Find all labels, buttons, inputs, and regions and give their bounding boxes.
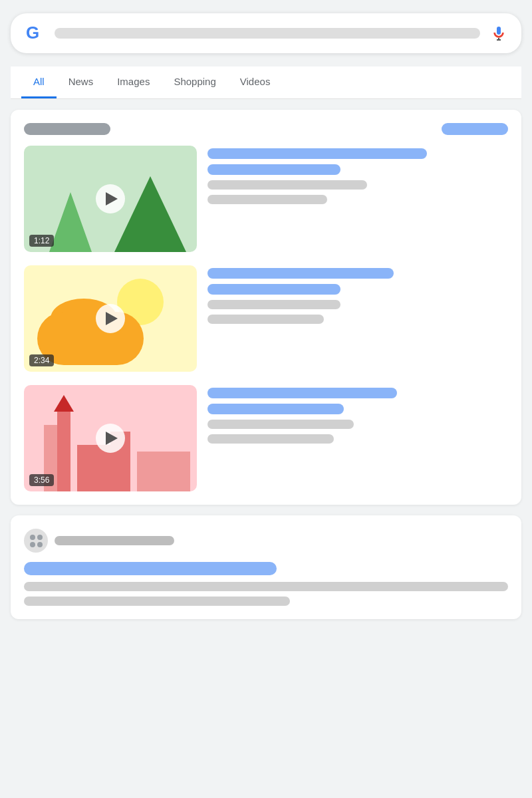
site-row — [24, 529, 508, 553]
page-wrapper: G All News Images Shopping Videos — [0, 0, 532, 632]
video-desc-2a — [207, 300, 340, 309]
play-icon-1 — [106, 192, 118, 205]
search-tabs: All News Images Shopping Videos — [11, 66, 521, 99]
bottom-result-card — [11, 515, 521, 619]
result-desc-line2 — [24, 597, 290, 606]
play-button-1[interactable] — [96, 184, 125, 213]
video-desc-3b — [207, 434, 334, 444]
site-icon-grid — [26, 531, 47, 551]
video-thumb-1[interactable]: 1:12 — [24, 146, 197, 252]
video-title-3[interactable] — [207, 388, 397, 398]
dot-4 — [37, 542, 43, 547]
building-right-decor — [137, 452, 190, 491]
dot-2 — [37, 535, 43, 540]
card-title — [24, 123, 110, 135]
video-row-1: 1:12 — [24, 146, 508, 252]
result-title[interactable] — [24, 562, 277, 575]
site-favicon — [24, 529, 48, 553]
search-bar: G — [11, 13, 521, 53]
dot-1 — [30, 535, 35, 540]
google-logo: G — [23, 21, 47, 45]
tab-news[interactable]: News — [57, 66, 106, 98]
video-thumb-2[interactable]: 2:34 — [24, 265, 197, 372]
video-desc-2b — [207, 315, 324, 324]
site-name — [55, 536, 174, 545]
video-thumb-3[interactable]: 3:56 — [24, 385, 197, 491]
video-row-2: 2:34 — [24, 265, 508, 372]
duration-badge-1: 1:12 — [29, 235, 54, 247]
video-title-1[interactable] — [207, 148, 427, 159]
card-header — [24, 123, 508, 135]
video-info-1 — [207, 146, 508, 252]
card-action-button[interactable] — [442, 123, 508, 135]
result-desc-line1 — [24, 582, 508, 591]
video-desc-3a — [207, 420, 354, 429]
dot-3 — [30, 542, 35, 547]
video-subtitle-1[interactable] — [207, 164, 340, 175]
video-desc-1a — [207, 180, 367, 190]
play-button-3[interactable] — [96, 424, 125, 453]
video-title-2[interactable] — [207, 268, 394, 279]
video-subtitle-3[interactable] — [207, 404, 344, 414]
play-icon-3 — [106, 432, 118, 445]
tower-top-decor — [54, 395, 74, 412]
play-icon-2 — [106, 312, 118, 325]
play-button-2[interactable] — [96, 304, 125, 333]
video-info-3 — [207, 385, 508, 491]
tab-shopping[interactable]: Shopping — [162, 66, 227, 98]
tab-all[interactable]: All — [21, 66, 57, 98]
duration-badge-2: 2:34 — [29, 354, 54, 366]
duration-badge-3: 3:56 — [29, 474, 54, 486]
tab-images[interactable]: Images — [105, 66, 162, 98]
svg-text:G: G — [26, 23, 39, 43]
search-input[interactable] — [55, 28, 480, 39]
video-info-2 — [207, 265, 508, 372]
video-desc-1b — [207, 195, 327, 204]
video-subtitle-2[interactable] — [207, 284, 340, 295]
mic-icon — [491, 25, 507, 41]
video-row-3: 3:56 — [24, 385, 508, 491]
video-results-card: 1:12 2:34 — [11, 110, 521, 505]
tab-videos[interactable]: Videos — [228, 66, 283, 98]
mic-button[interactable] — [488, 23, 509, 44]
tower-decor — [57, 412, 70, 491]
